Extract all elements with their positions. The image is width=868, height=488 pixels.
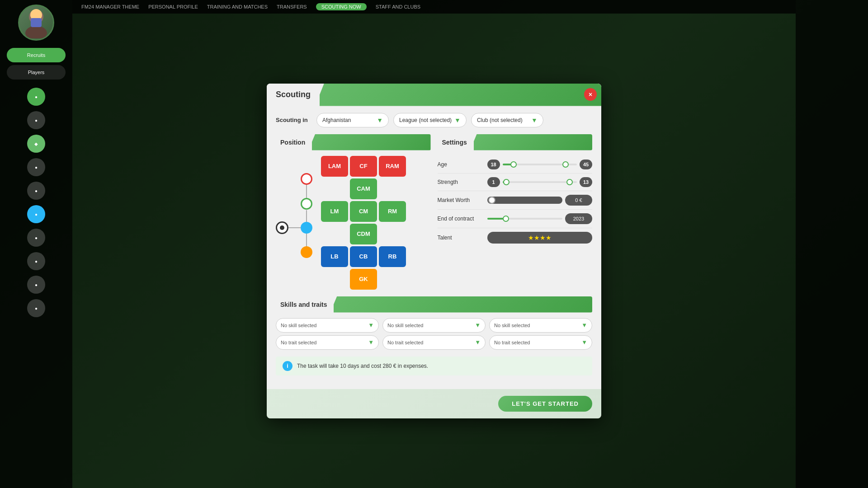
svg-point-1 (25, 26, 47, 38)
sidebar-nav-5[interactable]: ● (27, 205, 45, 223)
topbar: FM24 MANAGER THEME PERSONAL PROFILE TRAI… (72, 0, 796, 14)
strength-label: Strength (438, 179, 483, 185)
sidebar-nav-1[interactable]: ● (27, 88, 45, 106)
skill-2-arrow: ▼ (475, 322, 481, 328)
strength-slider-thumb-max[interactable] (566, 179, 573, 185)
age-label: Age (438, 161, 483, 168)
topbar-item-5-active[interactable]: SCOUTING NOW (316, 3, 367, 10)
pos-cam[interactable]: CAM (350, 178, 377, 199)
tree-node-orange[interactable] (301, 246, 312, 258)
topbar-item-2[interactable]: PERSONAL PROFILE (148, 4, 198, 9)
position-tree (276, 173, 316, 272)
pos-empty-5 (321, 269, 348, 290)
age-slider[interactable] (503, 164, 577, 165)
skill-dropdown-3[interactable]: No skill selected ▼ (489, 318, 592, 333)
skills-green-bar (330, 296, 592, 313)
tree-node-top[interactable] (301, 173, 312, 185)
main-columns: Position (276, 134, 592, 290)
topbar-item-4[interactable]: TRANSFERS (277, 4, 307, 9)
age-slider-thumb-max[interactable] (562, 161, 569, 168)
topbar-item-6[interactable]: STAFF AND CLUBS (376, 4, 420, 9)
scouting-in-label: Scouting in (276, 117, 312, 123)
market-worth-values: 0 € (487, 195, 593, 206)
skill-dropdown-2[interactable]: No skill selected ▼ (382, 318, 486, 333)
sidebar-nav-9[interactable]: ● (27, 299, 45, 317)
club-dropdown[interactable]: Club (not selected) ▼ (471, 113, 543, 127)
end-contract-thumb[interactable] (503, 216, 509, 222)
pos-ram[interactable]: RAM (379, 156, 406, 177)
pos-empty-6 (379, 269, 406, 290)
trait-dropdown-3[interactable]: No trait selected ▼ (489, 335, 592, 350)
talent-stars[interactable]: ★★★★ (487, 232, 593, 244)
age-row: Age 18 45 (438, 156, 593, 174)
sidebar-btn-players[interactable]: Players (7, 65, 66, 80)
modal-header: Scouting × (267, 84, 601, 106)
pos-lm[interactable]: LM (321, 201, 348, 222)
pos-lam[interactable]: LAM (321, 156, 348, 177)
strength-slider[interactable] (503, 181, 577, 183)
skill-3-arrow: ▼ (581, 322, 587, 328)
skills-col-2: No skill selected ▼ No trait selected ▼ (382, 318, 486, 350)
trait-3-label: No trait selected (494, 340, 530, 345)
left-sidebar: Recruits Players ● ● ◆ ● ● ● ● ● ● ● (0, 0, 72, 488)
close-button[interactable]: × (584, 88, 597, 101)
talent-row: Talent ★★★★ (438, 228, 593, 247)
strength-row: Strength 1 13 (438, 174, 593, 191)
end-contract-slider[interactable] (487, 218, 563, 220)
tree-node-left-dot (280, 225, 284, 230)
sidebar-nav-scouts[interactable]: ◆ (27, 135, 45, 153)
market-worth-thumb[interactable] (488, 197, 495, 204)
talent-values: ★★★★ (487, 232, 593, 244)
sidebar-btn-recruits[interactable]: Recruits (7, 48, 66, 62)
settings-green-bar (470, 134, 592, 150)
league-dropdown-arrow: ▼ (454, 117, 461, 124)
sidebar-nav-6[interactable]: ● (27, 229, 45, 247)
topbar-item-1[interactable]: FM24 MANAGER THEME (81, 4, 139, 9)
skills-traits-section: Skills and traits No skill selected ▼ No… (276, 296, 592, 350)
trait-dropdown-2[interactable]: No trait selected ▼ (382, 335, 486, 350)
country-dropdown[interactable]: Afghanistan ▼ (316, 113, 389, 127)
end-contract-row: End of contract 2023 (438, 210, 593, 228)
end-contract-values: 2023 (487, 213, 593, 224)
sidebar-nav-8[interactable]: ● (27, 276, 45, 294)
topbar-item-3[interactable]: TRAINING AND MATCHES (207, 4, 268, 9)
pos-cdm[interactable]: CDM (350, 224, 377, 244)
skills-header: Skills and traits (276, 296, 592, 313)
sidebar-nav-3[interactable]: ● (27, 158, 45, 176)
end-contract-value: 2023 (565, 213, 592, 224)
strength-max-badge: 13 (580, 177, 592, 187)
settings-section: Settings Age 18 45 (438, 134, 593, 290)
end-contract-label: End of contract (438, 216, 483, 222)
position-section: Position (276, 134, 431, 290)
skill-dropdown-1[interactable]: No skill selected ▼ (276, 318, 379, 333)
market-worth-row: Market Worth 0 € (438, 191, 593, 210)
tree-node-mid[interactable] (301, 198, 312, 210)
skill-1-label: No skill selected (281, 323, 316, 328)
tree-node-left[interactable] (276, 221, 288, 234)
age-slider-thumb-min[interactable] (510, 161, 517, 168)
pos-cm[interactable]: CM (350, 201, 377, 222)
market-worth-value: 0 € (565, 195, 592, 206)
position-green-bar (308, 134, 430, 150)
pos-cb[interactable]: CB (350, 246, 377, 267)
pos-gk[interactable]: GK (350, 269, 377, 290)
market-worth-track[interactable] (487, 197, 563, 204)
league-dropdown[interactable]: League (not selected) ▼ (393, 113, 467, 127)
sidebar-nav-7[interactable]: ● (27, 252, 45, 270)
strength-slider-thumb-min[interactable] (503, 179, 509, 185)
trait-dropdown-1[interactable]: No trait selected ▼ (276, 335, 379, 350)
title-bar: Scouting (267, 84, 601, 106)
league-value: League (not selected) (399, 117, 452, 123)
scouting-in-row: Scouting in Afghanistan ▼ League (not se… (276, 113, 592, 127)
position-title: Position (276, 134, 312, 150)
pos-lb[interactable]: LB (321, 246, 348, 267)
pos-rm[interactable]: RM (379, 201, 406, 222)
sidebar-nav-2[interactable]: ● (27, 111, 45, 129)
pos-cf[interactable]: CF (350, 156, 377, 177)
tree-node-blue[interactable] (301, 222, 312, 234)
sidebar-nav-4[interactable]: ● (27, 182, 45, 200)
skill-3-label: No skill selected (494, 323, 530, 328)
pos-rb[interactable]: RB (379, 246, 406, 267)
trait-2-label: No trait selected (387, 340, 423, 345)
start-button[interactable]: LET'S GET STARTED (498, 396, 592, 412)
